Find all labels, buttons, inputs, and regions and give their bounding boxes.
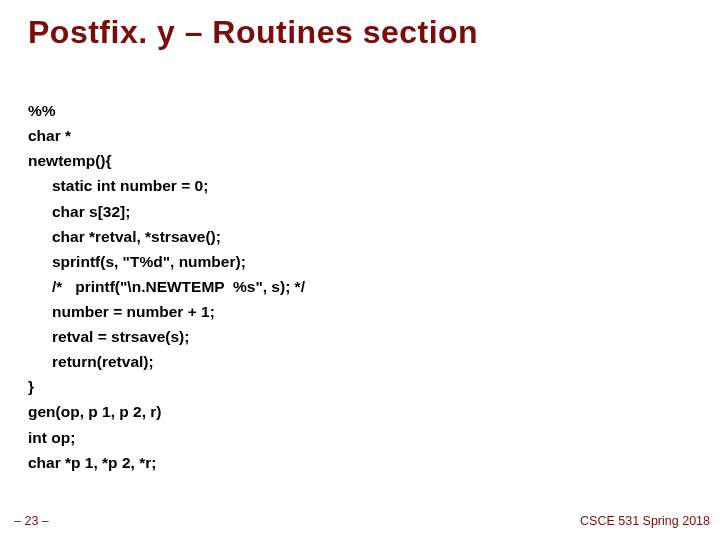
code-line: newtemp(){: [28, 152, 112, 169]
code-line: static int number = 0;: [28, 173, 208, 198]
code-line: }: [28, 378, 34, 395]
code-line: gen(op, p 1, p 2, r): [28, 403, 161, 420]
footer: – 23 – CSCE 531 Spring 2018: [0, 514, 720, 528]
code-line: char s[32];: [28, 199, 130, 224]
code-block: %% char * newtemp(){ static int number =…: [28, 73, 692, 475]
code-line: number = number + 1;: [28, 299, 215, 324]
code-line: sprintf(s, "T%d", number);: [28, 249, 246, 274]
code-line: int op;: [28, 429, 75, 446]
slide-title: Postfix. y – Routines section: [28, 14, 692, 51]
slide: Postfix. y – Routines section %% char * …: [0, 0, 720, 540]
code-line: char *p 1, *p 2, *r;: [28, 454, 156, 471]
code-line: retval = strsave(s);: [28, 324, 189, 349]
code-line: char *retval, *strsave();: [28, 224, 221, 249]
code-line: %%: [28, 102, 56, 119]
code-line: char *: [28, 127, 71, 144]
course-label: CSCE 531 Spring 2018: [580, 514, 710, 528]
code-line: /* printf("\n.NEWTEMP %s", s); */: [28, 274, 305, 299]
page-number: – 23 –: [14, 514, 49, 528]
code-line: return(retval);: [28, 349, 154, 374]
